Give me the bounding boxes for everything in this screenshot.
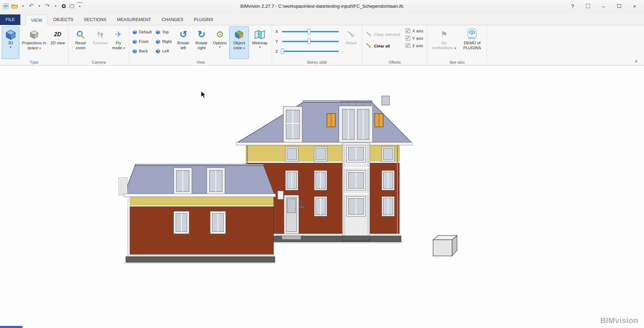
view-top-button[interactable]: Top [154,28,174,36]
rotate-right-icon: ↻ [198,28,206,41]
slider-z-label: Z [275,49,279,53]
window-title: BIMvision 2.27.7 - C:\workspace\test-dat… [0,4,644,9]
bimvision-window: ▾ ↶ ▾ ↷ ▾ ▾ BIMvision 2.27.7 - C:\worksp… [0,0,644,328]
slider-y-label: Y [275,39,279,44]
storey-slider-x[interactable] [282,31,339,32]
tab-file[interactable]: FILE [0,14,20,25]
tab-measurement[interactable]: MEASUREMENT [112,14,156,25]
projections-in-space-button[interactable]: Projections in space ▾ [20,26,48,59]
storey-slider-x-thumb[interactable] [308,29,311,34]
slider-x-label: X [275,30,279,34]
group-label-offsets: Offsets [364,59,425,65]
minimize-button[interactable]: – [600,3,607,9]
view-right-button[interactable]: Right [154,37,174,46]
3d-button-label: 3D [8,41,13,46]
storey-slider-y-thumb[interactable] [308,39,311,44]
help-button[interactable]: ? [569,3,576,9]
clear-selected-button[interactable]: Clear selected [364,31,402,38]
brush-yellow-icon [366,43,372,49]
minimap-button[interactable]: Minimap ▾ [250,26,270,59]
storey-reset-label: Reset [346,41,356,46]
snapshot-button[interactable] [69,2,75,9]
footprints-icon [96,28,105,41]
view-right-label: Right [162,39,172,44]
tab-sections[interactable]: SECTIONS [79,14,112,25]
object-color-button[interactable]: Object color ▾ [229,26,249,59]
cube-3d-icon [5,28,16,41]
redo-dropdown[interactable]: ▾ [53,2,58,9]
checkbox-box: ✓ [406,36,410,40]
quick-access-toolbar: ▾ ↶ ▾ ↷ ▾ ▾ [3,2,83,9]
close-button[interactable]: × [631,3,638,9]
tab-objects[interactable]: OBJECTS [48,14,79,25]
x-axis-checkbox[interactable]: ✓ X axis [406,28,423,33]
storey-slider-z[interactable] [282,51,339,52]
open-file-dropdown[interactable]: ▾ [20,2,26,9]
fullscreen-button[interactable] [585,3,591,9]
flag-icon: ⚑ [440,28,447,41]
ribbon-tabs: FILE VIEW OBJECTS SECTIONS MEASUREMENT C… [0,12,644,25]
no-notifications-label: No notifications [432,41,453,50]
y-axis-checkbox[interactable]: ✓ Y axis [406,36,423,40]
clear-selected-label: Clear selected [374,32,400,37]
minimap-icon [255,28,265,41]
view-preset-column-1: Default Front Back [131,26,154,59]
projections-label: Projections in space [22,41,46,50]
ribbon-group-camera: Reset zoom Enclose ✈ Fly mode ▾ Camera [69,25,129,65]
reset-zoom-button[interactable]: Reset zoom [70,26,91,59]
undo-button[interactable]: ↶ [28,2,34,9]
checkbox-box: ✓ [406,43,410,48]
view-front-button[interactable]: Front [131,37,154,46]
clear-all-button[interactable]: Clear all [364,42,402,50]
no-notifications-button[interactable]: ⚑ No notifications ▾ [429,26,459,59]
building-model [0,66,644,328]
mouse-cursor [201,91,206,98]
checkbox-box: ✓ [406,28,410,33]
rotate-right-button[interactable]: ↻ Rotate right [193,26,210,59]
reference-cube [433,236,457,256]
record-button[interactable] [61,2,66,9]
view-preset-column-2: Top Right Left [154,26,174,59]
view-default-label: Default [139,30,152,34]
tab-changes[interactable]: CHANGES [156,14,189,25]
bimvision-watermark: BIMvision [600,316,638,325]
3d-dropdown-caret: ▾ [10,46,12,49]
open-file-button[interactable] [11,2,18,9]
view-left-button[interactable]: Left [154,47,174,55]
fly-mode-button[interactable]: ✈ Fly mode ▾ [110,26,127,59]
maximize-button[interactable] [616,3,622,9]
enclose-button[interactable]: Enclose [91,26,109,59]
3d-button[interactable]: 3D ▾ [2,26,19,59]
ribbon: 3D ▾ Projections in space ▾ 2D 2D view T… [0,25,644,66]
demo-plugins-button[interactable]: BIMvision DEMO of PLUGINS [459,26,485,59]
tab-view[interactable]: VIEW [25,15,48,25]
storey-slider-z-thumb[interactable] [281,49,284,54]
gear-icon: ⚙ [216,28,224,41]
options-button[interactable]: ⚙ Options ▾ [211,26,228,59]
viewport-3d[interactable]: BIMvision [0,66,644,328]
collapse-ribbon-button[interactable]: ˄ [635,59,638,64]
rotate-left-icon: ↺ [179,28,187,41]
y-axis-label: Y axis [412,36,423,40]
offsets-clear-column: Clear selected Clear all [364,26,402,59]
z-axis-checkbox[interactable]: ✓ Z axis [406,43,423,48]
view-back-label: Back [139,49,148,53]
undo-dropdown[interactable]: ▾ [37,2,42,9]
rotate-left-button[interactable]: ↺ Rotate left [174,26,192,59]
2d-icon: 2D [54,28,61,41]
group-label-see-also: See also [429,59,485,65]
view-back-button[interactable]: Back [131,47,154,55]
view-top-label: Top [162,30,169,34]
qat-customize-dropdown[interactable]: ▾ [77,2,83,9]
storey-slider-y[interactable] [282,41,339,42]
app-icon [3,2,9,9]
ribbon-group-storey-slide: X Y Z [272,25,362,65]
tab-plugins[interactable]: PLUGINS [189,14,219,25]
storey-reset-button[interactable]: Reset [342,26,360,59]
z-axis-label: Z axis [412,44,423,48]
view-default-button[interactable]: Default [131,28,154,36]
2d-view-button[interactable]: 2D 2D view [49,26,66,59]
bimvision-logo-text: BIMvision [468,38,476,39]
redo-button[interactable]: ↷ [45,2,50,9]
options-label: Options [213,41,227,46]
